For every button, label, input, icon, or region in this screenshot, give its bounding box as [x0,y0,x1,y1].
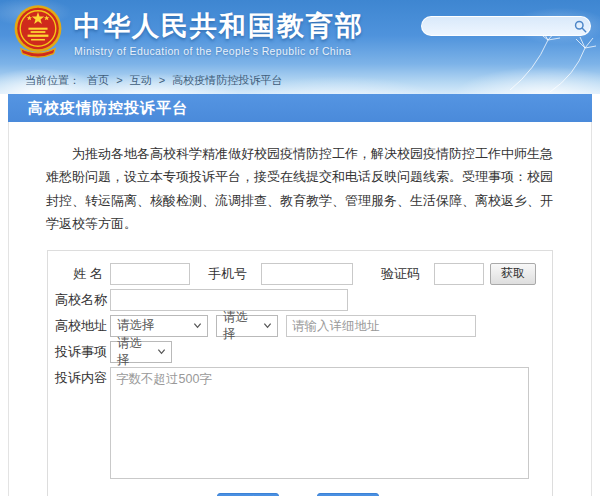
china-national-emblem-icon [12,3,64,61]
complaint-type-label: 投诉事项 [55,343,103,361]
reset-button[interactable]: 重置 [317,493,379,496]
site-title: 中华人民共和国教育部 [74,12,364,42]
complaint-type-select[interactable]: 请选择 [110,341,172,363]
form-row-content: 投诉内容 [55,367,540,479]
intro-paragraph: 为推动各地各高校科学精准做好校园疫情防控工作，解决校园疫情防控工作中师生急难愁盼… [9,122,591,250]
search-icon[interactable] [574,20,587,33]
complaint-content-label: 投诉内容 [55,367,103,389]
breadcrumb: 当前位置： 首页 > 互动 > 高校疫情防控投诉平台 [25,73,286,88]
school-name-input[interactable] [110,289,348,311]
complaint-content-textarea[interactable] [110,367,529,479]
captcha-input[interactable] [434,263,484,285]
form-row-complaint-type: 投诉事项 请选择 [55,341,540,363]
name-input[interactable] [110,263,190,285]
chevron-down-icon [157,347,166,356]
chevron-down-icon [193,321,202,330]
search-box[interactable] [421,16,591,36]
form-actions: 提交 重置 [55,493,540,496]
complaint-type-value: 请选择 [117,335,153,369]
site-subtitle: Ministry of Education of the People's Re… [74,45,364,57]
phone-label: 手机号 [208,265,247,283]
name-label: 姓 名 [55,265,103,283]
form-row-school-address: 高校地址 请选择 请选择 [55,315,540,337]
province-select[interactable]: 请选择 [110,315,208,337]
breadcrumb-item-home[interactable]: 首页 [87,74,109,86]
breadcrumb-item-interaction[interactable]: 互动 [130,74,152,86]
chevron-down-icon [263,321,272,330]
phone-input[interactable] [261,263,353,285]
breadcrumb-item-current: 高校疫情防控投诉平台 [172,74,282,86]
city-select[interactable]: 请选择 [216,315,278,337]
complaint-form: 姓 名 手机号 验证码 获取 高校名称 高校地址 请选择 请选择 [47,250,553,496]
get-captcha-button[interactable]: 获取 [490,263,536,285]
search-input[interactable] [432,18,574,34]
breadcrumb-separator: > [116,74,122,86]
address-detail-input[interactable] [286,315,476,337]
city-select-value: 请选择 [223,309,259,343]
school-name-label: 高校名称 [55,291,103,309]
site-header: 中华人民共和国教育部 Ministry of Education of the … [0,0,600,94]
school-address-label: 高校地址 [55,317,103,335]
dandelion-decoration [490,30,600,94]
brand-block: 中华人民共和国教育部 Ministry of Education of the … [74,12,364,57]
breadcrumb-separator: > [159,74,165,86]
province-select-value: 请选择 [117,317,155,334]
content-area: 为推动各地各高校科学精准做好校园疫情防控工作，解决校园疫情防控工作中师生急难愁盼… [8,122,592,496]
submit-button[interactable]: 提交 [217,493,279,496]
captcha-label: 验证码 [381,265,420,283]
form-row-school-name: 高校名称 [55,289,540,311]
page-title: 高校疫情防控投诉平台 [8,94,592,122]
form-row-identity: 姓 名 手机号 验证码 获取 [55,263,540,285]
breadcrumb-prefix: 当前位置： [25,74,80,86]
